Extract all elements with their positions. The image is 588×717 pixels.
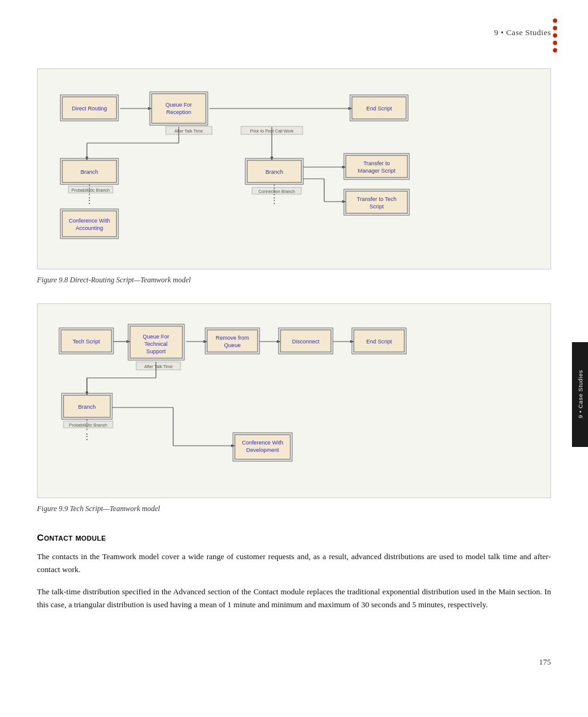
- svg-text:Script: Script: [369, 203, 384, 210]
- svg-text:Transfer to Tech: Transfer to Tech: [357, 196, 397, 202]
- svg-rect-62: [207, 330, 258, 352]
- figure-9-8-container: Direct Routing Queue For Reception End S…: [37, 68, 551, 269]
- svg-rect-4: [152, 94, 206, 123]
- figure-9-8-caption: Figure 9.8 Direct-Routing Script—Teamwor…: [37, 276, 551, 285]
- svg-text:Tech Script: Tech Script: [73, 338, 100, 345]
- svg-text:End Script: End Script: [366, 105, 392, 112]
- direct-routing-label: Direct Routing: [71, 105, 107, 112]
- svg-text:Support: Support: [146, 348, 166, 354]
- dot-1: [553, 18, 557, 23]
- svg-text:Accounting: Accounting: [76, 225, 104, 231]
- svg-text:Queue For: Queue For: [165, 102, 192, 108]
- sidebar-tab: 9 • Case Studies: [572, 342, 588, 447]
- page-number: 175: [0, 645, 588, 679]
- svg-text:Conference With: Conference With: [68, 218, 110, 224]
- svg-text:Probabilistic Branch: Probabilistic Branch: [69, 423, 107, 427]
- dot-4: [553, 41, 557, 45]
- svg-rect-47: [346, 191, 407, 213]
- svg-rect-27: [62, 211, 116, 237]
- figure-9-9-caption: Figure 9.9 Tech Script—Teamwork model: [37, 504, 551, 514]
- sidebar-tab-label: 9 • Case Studies: [577, 370, 584, 418]
- page-header: 9 • Case Studies: [0, 0, 588, 50]
- svg-text:Probabilistic Branch: Probabilistic Branch: [71, 188, 110, 192]
- contact-module-heading: Contact module: [37, 532, 551, 543]
- figure-9-9-container: Tech Script Queue For Technical Support …: [37, 303, 551, 498]
- svg-text:Queue: Queue: [224, 342, 240, 348]
- svg-rect-36: [346, 155, 407, 178]
- figure-9-8-svg: Direct Routing Queue For Reception End S…: [50, 81, 518, 254]
- dot-3: [553, 33, 557, 38]
- dot-5: [553, 48, 557, 52]
- svg-text:Disconnect: Disconnect: [292, 338, 320, 345]
- svg-text:Technical: Technical: [144, 341, 168, 347]
- contact-module-para2: The talk-time distribution specified in …: [37, 585, 551, 612]
- svg-text:Branch: Branch: [81, 169, 99, 175]
- svg-text:Transfer to: Transfer to: [363, 160, 390, 166]
- svg-text:⋮: ⋮: [83, 432, 91, 441]
- figure-9-9-svg: Tech Script Queue For Technical Support …: [50, 316, 494, 483]
- dots-decoration: [553, 18, 557, 52]
- dot-2: [553, 26, 557, 30]
- svg-text:⋮: ⋮: [85, 196, 94, 205]
- svg-text:Branch: Branch: [78, 404, 96, 410]
- svg-text:Development: Development: [246, 447, 279, 453]
- header-title: 9 • Case Studies: [494, 28, 551, 37]
- svg-text:Branch: Branch: [266, 169, 284, 175]
- svg-text:End Script: End Script: [366, 338, 392, 345]
- svg-text:Manager Script: Manager Script: [357, 168, 396, 174]
- svg-text:After Talk Time: After Talk Time: [144, 364, 173, 369]
- content-area: Direct Routing Queue For Reception End S…: [0, 50, 588, 645]
- svg-text:Conference With: Conference With: [242, 440, 283, 446]
- contact-module-para1: The contacts in the Teamwork model cover…: [37, 550, 551, 576]
- svg-text:Remove from: Remove from: [216, 335, 249, 341]
- svg-text:Connection Branch: Connection Branch: [258, 189, 295, 194]
- svg-text:⋮: ⋮: [270, 196, 279, 205]
- svg-text:Queue For: Queue For: [142, 334, 169, 340]
- svg-text:Reception: Reception: [166, 109, 192, 115]
